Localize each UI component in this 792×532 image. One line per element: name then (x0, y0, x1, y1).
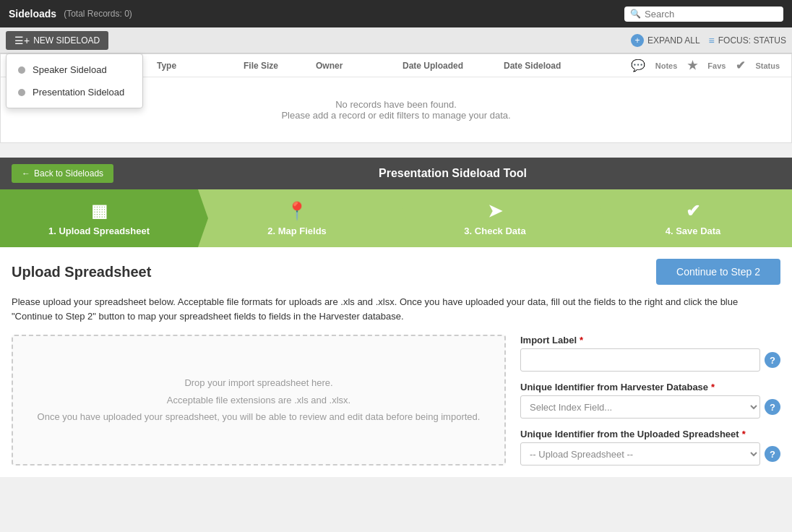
step-2-label: 2. Map Fields (267, 226, 327, 236)
unique-identifier-db-help-button[interactable]: ? (765, 399, 780, 415)
search-input[interactable] (645, 9, 778, 20)
toolbar-right: + EXPAND ALL ≡ FOCUS: STATUS (631, 34, 786, 47)
toolbar: ☰+ NEW SIDELOAD Speaker Sideload Present… (0, 27, 792, 53)
required-star: * (580, 335, 583, 346)
unique-identifier-spreadsheet-label: Unique Identifier from the Uploaded Spre… (520, 429, 780, 439)
focus-icon: ≡ (709, 35, 715, 46)
unique-identifier-spreadsheet-group: Unique Identifier from the Uploaded Spre… (520, 429, 780, 466)
toolbar-left: ☰+ NEW SIDELOAD Speaker Sideload Present… (6, 31, 108, 50)
required-star-3: * (742, 429, 746, 439)
steps-bar: ▦ 1. Upload Spreadsheet 📍 2. Map Fields … (0, 189, 792, 247)
unique-identifier-db-label: Unique Identifier from Harvester Databas… (520, 382, 780, 392)
dropdown-label-speaker: Speaker Sideload (33, 64, 107, 75)
col-date-uploaded: Date Uploaded (403, 61, 504, 71)
import-label-input[interactable] (520, 348, 760, 372)
focus-status-button[interactable]: ≡ FOCUS: STATUS (709, 35, 786, 46)
col-date-sideload: Date Sideload (504, 61, 605, 71)
tool-title: Presentation Sideload Tool (125, 167, 780, 180)
import-label-label: Import Label * (520, 335, 780, 346)
col-filesize: File Size (244, 61, 316, 71)
drop-zone[interactable]: Drop your import spreadsheet here. Accep… (12, 335, 506, 466)
dropdown-label-presentation: Presentation Sideload (33, 87, 124, 98)
unique-identifier-spreadsheet-help-button[interactable]: ? (765, 446, 780, 462)
back-to-sideloads-button[interactable]: ← Back to Sideloads (12, 164, 113, 183)
step-2-arrow (396, 189, 406, 247)
focus-status-label: FOCUS: STATUS (718, 35, 786, 46)
step-4-icon: ✔ (686, 201, 700, 221)
step-2-icon: 📍 (286, 201, 308, 221)
dot-icon (18, 66, 25, 74)
page-title-row: Upload Spreadsheet Continue to Step 2 (12, 259, 780, 285)
step-3-arrow (594, 189, 604, 247)
back-arrow-icon: ← (22, 168, 30, 179)
tool-header: ← Back to Sideloads Presentation Sideloa… (0, 158, 792, 189)
drop-zone-line1: Drop your import spreadsheet here. (38, 374, 481, 391)
status-icon: ✔ (736, 59, 745, 72)
dot-icon-2 (18, 89, 25, 96)
col-actions: 💬 Notes ★ Favs ✔ Status (605, 59, 780, 72)
app-title: Sideloads (9, 8, 56, 20)
select-index-field-dropdown[interactable]: Select Index Field... (520, 395, 760, 419)
drop-zone-line3: Once you have uploaded your spreadsheet,… (38, 408, 481, 425)
expand-all-label: EXPAND ALL (647, 35, 700, 46)
expand-all-button[interactable]: + EXPAND ALL (631, 34, 700, 47)
form-row: Drop your import spreadsheet here. Accep… (12, 335, 780, 466)
search-icon: 🔍 (630, 9, 641, 19)
new-sideload-button[interactable]: ☰+ NEW SIDELOAD (6, 31, 108, 50)
sideload-tool: ← Back to Sideloads Presentation Sideloa… (0, 158, 792, 477)
col-type: Type (157, 61, 244, 71)
step-1-label: 1. Upload Spreadsheet (48, 226, 150, 236)
continue-to-step2-button[interactable]: Continue to Step 2 (656, 259, 780, 285)
right-panel: Import Label * ? Unique Identifier from … (520, 335, 780, 466)
status-label: Status (755, 61, 780, 70)
step-3[interactable]: ➤ 3. Check Data (396, 189, 594, 247)
new-sideload-label: NEW SIDELOAD (33, 35, 100, 46)
top-bar: Sideloads (Total Records: 0) 🔍 (0, 0, 792, 27)
unique-identifier-spreadsheet-row: -- Upload Spreadsheet -- ? (520, 442, 780, 466)
import-label-row: ? (520, 348, 780, 372)
required-star-2: * (711, 382, 715, 392)
dropdown-item-presentation[interactable]: Presentation Sideload (7, 81, 142, 103)
step-3-label: 3. Check Data (464, 226, 525, 236)
no-records-line2: Please add a record or edit filters to m… (22, 110, 770, 121)
col-owner: Owner (316, 61, 403, 71)
step-1-arrow (198, 189, 208, 247)
step-4-label: 4. Save Data (666, 226, 721, 236)
main-content: Upload Spreadsheet Continue to Step 2 Pl… (0, 247, 792, 477)
drop-zone-text: Drop your import spreadsheet here. Accep… (38, 374, 481, 425)
upload-description: Please upload your spreadsheet below. Ac… (12, 295, 780, 323)
unique-identifier-db-group: Unique Identifier from Harvester Databas… (520, 382, 780, 419)
import-label-group: Import Label * ? (520, 335, 780, 372)
top-bar-left: Sideloads (Total Records: 0) (9, 8, 132, 20)
sideload-dropdown-menu: Speaker Sideload Presentation Sideload (6, 53, 143, 108)
import-label-help-button[interactable]: ? (765, 352, 780, 368)
step-1-icon: ▦ (91, 201, 108, 221)
step-4[interactable]: ✔ 4. Save Data (594, 189, 792, 247)
plus-icon: ☰+ (14, 35, 30, 46)
favs-label: Favs (707, 61, 726, 70)
page-title: Upload Spreadsheet (12, 264, 151, 280)
records-count: (Total Records: 0) (64, 9, 132, 19)
dropdown-item-speaker[interactable]: Speaker Sideload (7, 59, 142, 81)
upload-spreadsheet-dropdown[interactable]: -- Upload Spreadsheet -- (520, 442, 760, 466)
separator (0, 143, 792, 158)
notes-label: Notes (655, 61, 678, 70)
drop-zone-line2: Acceptable file extensions are .xls and … (38, 392, 481, 408)
favs-icon: ★ (687, 59, 697, 72)
unique-identifier-db-row: Select Index Field... ? (520, 395, 780, 419)
back-btn-label: Back to Sideloads (34, 168, 103, 179)
step-1[interactable]: ▦ 1. Upload Spreadsheet (0, 189, 198, 247)
step-3-icon: ➤ (488, 201, 502, 221)
step-2[interactable]: 📍 2. Map Fields (198, 189, 396, 247)
search-box[interactable]: 🔍 (624, 7, 783, 22)
expand-icon: + (631, 34, 644, 47)
notes-icon: 💬 (631, 59, 645, 72)
